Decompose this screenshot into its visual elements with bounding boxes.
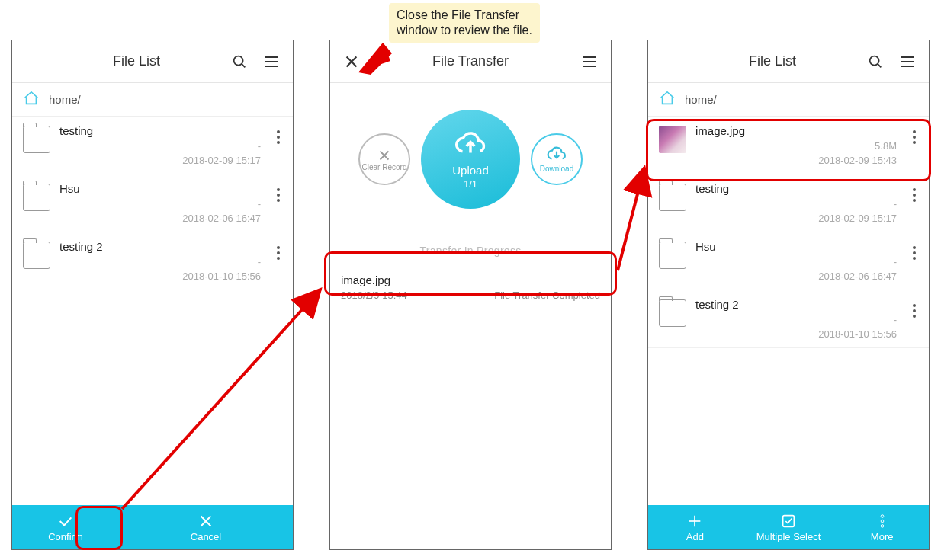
svg-point-26 — [881, 524, 884, 527]
screen-file-transfer: File Transfer Clear Record Upload 1/1 Do… — [329, 40, 612, 550]
svg-point-16 — [870, 56, 879, 65]
page-title: File Transfer — [364, 53, 577, 69]
item-name: Hsu — [59, 182, 261, 195]
transfer-section-title: Transfer In Progress — [330, 235, 611, 266]
top-bar: File List — [648, 40, 929, 83]
file-list: testing - 2018-02-09 15:17 Hsu - 2018-02… — [12, 117, 293, 290]
list-item[interactable]: image.jpg 5.8M 2018-02-09 15:43 — [648, 117, 929, 174]
svg-line-1 — [242, 63, 245, 66]
home-icon — [659, 90, 676, 110]
item-more-icon[interactable] — [906, 304, 923, 318]
list-item[interactable]: testing 2 - 2018-01-10 15:56 — [648, 290, 929, 348]
multiple-select-button[interactable]: Multiple Select — [742, 505, 836, 549]
annotation-line2: window to review the file. — [397, 23, 532, 38]
item-name: testing — [59, 124, 261, 137]
search-icon[interactable] — [227, 50, 252, 74]
item-more-icon[interactable] — [906, 188, 923, 202]
item-name: image.jpg — [695, 124, 897, 137]
download-label: Download — [540, 165, 573, 173]
top-bar: File Transfer — [330, 40, 611, 83]
item-more-icon[interactable] — [270, 246, 287, 260]
image-thumbnail-icon — [659, 126, 686, 153]
page-title: File List — [689, 53, 856, 69]
multi-label: Multiple Select — [756, 531, 821, 542]
menu-icon[interactable] — [895, 50, 920, 74]
top-bar: File List — [12, 40, 293, 83]
file-list: image.jpg 5.8M 2018-02-09 15:43 testing … — [648, 117, 929, 348]
item-date: 2018-01-10 15:56 — [818, 328, 897, 340]
item-size: - — [894, 198, 897, 210]
folder-icon — [659, 242, 686, 269]
bottom-bar: Add Multiple Select More — [648, 505, 929, 549]
cancel-label: Cancel — [191, 531, 221, 542]
page-title: File List — [53, 53, 220, 69]
menu-icon[interactable] — [259, 50, 284, 74]
folder-icon — [23, 184, 50, 211]
item-date: 2018-02-09 15:17 — [182, 155, 261, 166]
upload-count: 1/1 — [464, 178, 477, 190]
item-name: testing 2 — [695, 298, 897, 311]
clear-record-button[interactable]: Clear Record — [358, 133, 410, 185]
transfer-item[interactable]: image.jpg 2018/2/9 15:44 File Transfer C… — [330, 266, 611, 309]
item-size: - — [258, 198, 261, 210]
download-button[interactable]: Download — [531, 133, 583, 185]
svg-point-24 — [881, 514, 884, 517]
item-date: 2018-02-09 15:17 — [818, 213, 897, 224]
item-name: testing 2 — [59, 240, 261, 253]
add-label: Add — [686, 531, 704, 542]
folder-icon — [659, 184, 686, 211]
upload-status[interactable]: Upload 1/1 — [421, 110, 520, 209]
breadcrumb-path: home/ — [49, 93, 81, 106]
folder-icon — [23, 126, 50, 153]
item-size: - — [894, 314, 897, 325]
cancel-button[interactable]: Cancel — [119, 505, 293, 549]
confirm-button[interactable]: Confirm — [12, 505, 119, 549]
list-item[interactable]: testing - 2018-02-09 15:17 — [12, 117, 293, 174]
transfer-summary: Clear Record Upload 1/1 Download — [330, 83, 611, 235]
breadcrumb-path: home/ — [685, 93, 717, 106]
svg-point-25 — [881, 520, 884, 523]
item-more-icon[interactable] — [906, 246, 923, 260]
transfer-file-time: 2018/2/9 15:44 — [341, 290, 407, 301]
list-item[interactable]: testing 2 - 2018-01-10 15:56 — [12, 232, 293, 290]
breadcrumb[interactable]: home/ — [648, 83, 929, 117]
add-button[interactable]: Add — [648, 505, 742, 549]
item-date: 2018-02-06 16:47 — [818, 270, 897, 282]
svg-line-28 — [618, 168, 644, 270]
transfer-file-status: File Transfer Completed — [494, 290, 600, 301]
upload-label: Upload — [452, 164, 489, 177]
close-icon[interactable] — [339, 50, 364, 74]
item-date: 2018-01-10 15:56 — [182, 270, 261, 282]
item-size: - — [258, 140, 261, 152]
item-date: 2018-02-09 15:43 — [818, 155, 897, 166]
annotation-callout: Close the File Transfer window to review… — [389, 3, 540, 43]
bottom-bar: Confirm Cancel — [12, 505, 293, 549]
item-date: 2018-02-06 16:47 — [182, 213, 261, 224]
item-more-icon[interactable] — [270, 188, 287, 202]
item-size: 5.8M — [875, 140, 897, 152]
svg-line-17 — [878, 63, 881, 66]
annotation-line1: Close the File Transfer — [397, 8, 532, 23]
confirm-label: Confirm — [48, 531, 83, 542]
folder-icon — [23, 242, 50, 269]
folder-icon — [659, 299, 686, 327]
list-item[interactable]: Hsu - 2018-02-06 16:47 — [648, 232, 929, 290]
item-more-icon[interactable] — [906, 130, 923, 144]
item-size: - — [894, 256, 897, 267]
menu-icon[interactable] — [577, 50, 602, 74]
item-more-icon[interactable] — [270, 130, 287, 144]
item-name: testing — [695, 182, 897, 195]
screen-file-list-result: File List home/ image.jpg 5.8M 2018-02-0… — [647, 40, 930, 550]
more-button[interactable]: More — [835, 505, 929, 549]
list-item[interactable]: Hsu - 2018-02-06 16:47 — [12, 174, 293, 232]
search-icon[interactable] — [863, 50, 888, 74]
screen-file-list-select: File List home/ testing - 2018-02-09 15:… — [11, 40, 294, 550]
transfer-file-name: image.jpg — [341, 274, 600, 286]
svg-point-0 — [234, 56, 243, 65]
breadcrumb[interactable]: home/ — [12, 83, 293, 117]
item-size: - — [258, 256, 261, 267]
item-name: Hsu — [695, 240, 897, 253]
clear-record-label: Clear Record — [362, 164, 407, 171]
list-item[interactable]: testing - 2018-02-09 15:17 — [648, 174, 929, 232]
home-icon — [23, 90, 40, 110]
